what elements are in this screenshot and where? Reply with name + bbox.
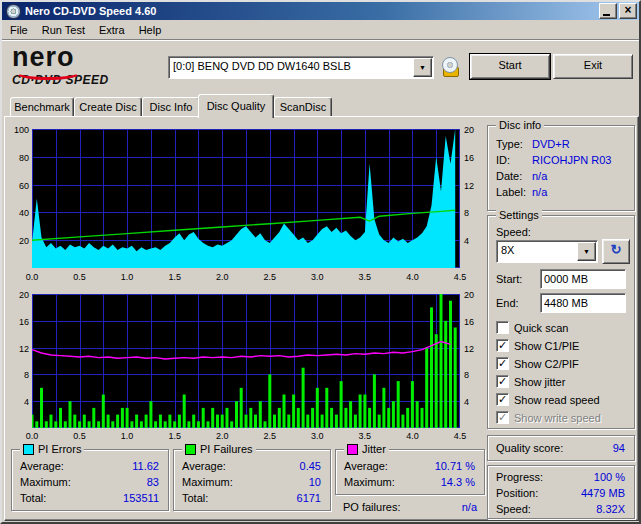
axis-tick-label: 3.5 — [352, 431, 378, 441]
axis-tick-label: 0.0 — [19, 431, 45, 441]
tab-create-disc[interactable]: Create Disc — [74, 97, 142, 117]
stat-label: Total: — [20, 492, 46, 506]
disc-present-icon — [440, 57, 460, 77]
end-position-input[interactable] — [540, 293, 626, 313]
axis-tick-label: 16 — [464, 317, 488, 327]
axis-tick-label: 16 — [464, 153, 488, 163]
chevron-down-icon[interactable]: ▼ — [413, 58, 432, 77]
checkbox-label: Show C1/PIE — [514, 340, 579, 352]
checkbox-icon[interactable]: ✓ — [496, 339, 509, 352]
quality-score-value: 94 — [613, 442, 625, 456]
po-failures-label: PO failures: — [343, 501, 400, 515]
checkbox-icon[interactable] — [496, 321, 509, 334]
axis-tick-label: 0.5 — [67, 431, 93, 441]
axis-tick-label: 1.0 — [114, 272, 140, 282]
tab-disc-info[interactable]: Disc Info — [142, 97, 200, 117]
axis-tick-label: 2.0 — [209, 272, 235, 282]
jitter-series — [32, 342, 451, 359]
minimize-icon — [603, 14, 610, 16]
axis-tick-label: 4.5 — [447, 431, 473, 441]
quality-score-label: Quality score: — [496, 442, 563, 456]
menu-file[interactable]: File — [3, 22, 35, 38]
stat-label: Total: — [182, 492, 208, 506]
speed-row: Speed: 8.32X — [496, 503, 625, 517]
position-label: Position: — [496, 487, 538, 501]
menu-extra[interactable]: Extra — [92, 22, 132, 38]
nero-logo: nero CD·DVD SPEED — [12, 45, 162, 89]
stat-row: Total: 153511 — [20, 492, 159, 506]
chevron-down-icon[interactable]: ▼ — [577, 242, 596, 261]
disc-info-group: Disc info Type: DVD+R ID: RICOHJPN R03 D… — [487, 125, 635, 211]
menu-help[interactable]: Help — [132, 22, 169, 38]
checkbox-show-read-speed[interactable]: ✓ Show read speed — [496, 392, 600, 407]
stat-label: Maximum: — [20, 476, 71, 490]
tab-benchmark[interactable]: Benchmark — [10, 97, 74, 117]
refresh-button[interactable]: ↻ — [602, 239, 630, 264]
disc-info-label: Label: — [496, 186, 532, 200]
disc-quality-panel: 10080604020201612840.00.51.01.52.02.53.0… — [4, 116, 639, 521]
menu-run-test[interactable]: Run Test — [35, 22, 92, 38]
jitter-title: Jitter — [362, 443, 386, 455]
nero-logo-swoosh — [14, 65, 82, 80]
disc-info-value: n/a — [532, 186, 547, 200]
axis-tick-label: 4.0 — [399, 272, 425, 282]
pi-failures-title: PI Failures — [200, 443, 253, 455]
checkbox-label: Show C2/PIF — [514, 358, 579, 370]
settings-title: Settings — [496, 209, 542, 221]
checkbox-show-c2-pif[interactable]: ✓ Show C2/PIF — [496, 356, 579, 371]
axis-tick-label: 0.0 — [19, 272, 45, 282]
axis-tick-label: 20 — [464, 290, 488, 300]
tab-disc-quality[interactable]: Disc Quality — [198, 94, 274, 118]
drive-selector[interactable]: [0:0] BENQ DVD DD DW1640 BSLB ▼ — [168, 56, 434, 79]
axis-tick-label: 2.5 — [257, 431, 283, 441]
disc-info-title: Disc info — [496, 119, 544, 131]
speed-select[interactable]: 8X ▼ — [496, 240, 598, 263]
start-button[interactable]: Start — [470, 54, 550, 79]
checkbox-icon[interactable]: ✓ — [496, 375, 509, 388]
quality-score-row: Quality score: 94 — [496, 442, 625, 456]
po-failures-value: n/a — [462, 501, 477, 515]
cd-icon — [442, 57, 458, 73]
axis-tick-label: 8 — [464, 208, 488, 218]
stat-label: Average: — [20, 460, 64, 474]
pi-errors-color-chip — [23, 444, 34, 455]
checkbox-show-write-speed: ✓ Show write speed — [496, 410, 601, 425]
stat-label: Maximum: — [182, 476, 233, 490]
stat-row: Average: 10.71 % — [344, 460, 475, 474]
axis-tick-label: 4 — [3, 397, 29, 407]
exit-button[interactable]: Exit — [553, 54, 633, 79]
disc-info-value: RICOHJPN R03 — [532, 154, 611, 168]
position-value: 4479 MB — [581, 487, 625, 501]
checkbox-icon[interactable]: ✓ — [496, 357, 509, 370]
close-button[interactable]: × — [619, 3, 637, 19]
pi-failures-legend: PI Failures — [182, 443, 256, 455]
stat-label: Average: — [182, 460, 226, 474]
axis-tick-label: 4 — [464, 236, 488, 246]
axis-tick-label: 3.5 — [352, 272, 378, 282]
checkbox-show-c1-pie[interactable]: ✓ Show C1/PIE — [496, 338, 579, 353]
menu-separator — [2, 39, 639, 41]
tab-scandisc[interactable]: ScanDisc — [274, 97, 332, 117]
axis-tick-label: 3.0 — [304, 431, 330, 441]
checkbox-icon[interactable]: ✓ — [496, 393, 509, 406]
progress-group: Progress: 100 % Position: 4479 MB Speed:… — [487, 465, 635, 519]
start-position-input[interactable] — [540, 269, 626, 289]
app-icon — [6, 4, 21, 19]
progress-label: Progress: — [496, 471, 543, 485]
checkbox-quick-scan[interactable]: Quick scan — [496, 320, 568, 335]
pi-failures-stats-group: PI Failures Average: 0.45 Maximum: 10 To… — [173, 449, 331, 511]
stat-row: Average: 0.45 — [182, 460, 321, 474]
axis-tick-label: 4.0 — [399, 431, 425, 441]
speed-label: Speed: — [496, 226, 531, 238]
progress-row: Progress: 100 % — [496, 471, 625, 485]
pi-failures-color-chip — [185, 444, 196, 455]
axis-tick-label: 1.5 — [162, 431, 188, 441]
disc-info-label: ID: — [496, 154, 532, 168]
minimize-button[interactable] — [599, 3, 617, 19]
axis-tick-label: 2.5 — [257, 272, 283, 282]
stat-value: 10 — [309, 476, 321, 490]
axis-tick-label: 1.0 — [114, 431, 140, 441]
checkbox-show-jitter[interactable]: ✓ Show jitter — [496, 374, 565, 389]
title-bar[interactable]: Nero CD-DVD Speed 4.60 × — [2, 2, 639, 20]
stat-row: Average: 11.62 — [20, 460, 159, 474]
